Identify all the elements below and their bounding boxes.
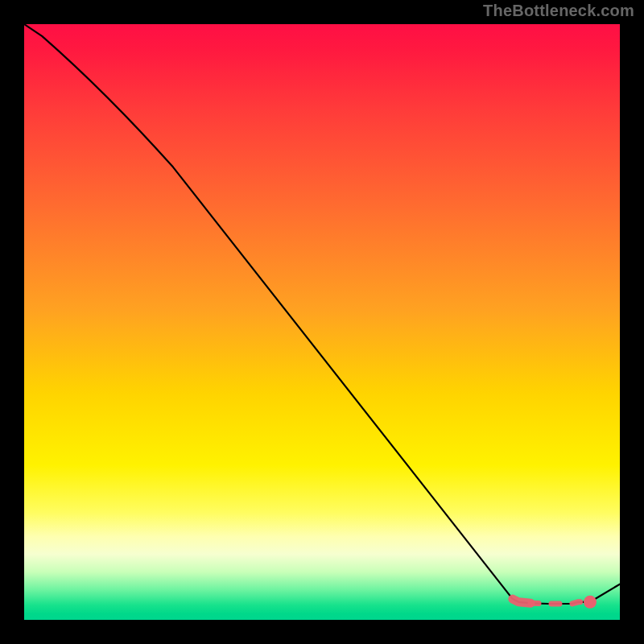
plot-border [24, 24, 620, 620]
watermark-text: TheBottleneck.com [483, 2, 634, 20]
gradient-panel [24, 24, 620, 620]
chart-frame: TheBottleneck.com [0, 0, 644, 644]
